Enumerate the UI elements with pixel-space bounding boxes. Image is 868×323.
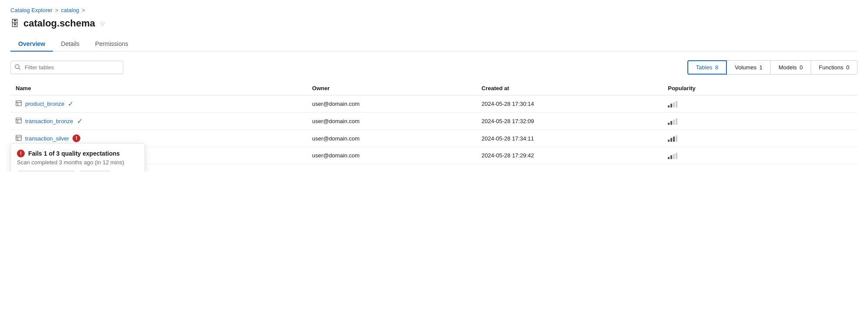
type-buttons: Tables 8 Volumes 1 Models 0 Functions 0 xyxy=(688,60,858,75)
tooltip-actions: View expectations Rescan xyxy=(17,171,138,172)
row-name-link[interactable]: transaction_bronze xyxy=(25,118,73,124)
svg-rect-2 xyxy=(16,101,21,106)
cell-name: transaction_silver ! ! Fails 1 of 3 qual… xyxy=(10,130,307,147)
view-expectations-button[interactable]: View expectations xyxy=(17,171,76,172)
pop-bar-3 xyxy=(673,154,675,159)
popularity-bars xyxy=(668,101,852,108)
col-header-owner: Owner xyxy=(307,82,476,95)
tooltip-title: Fails 1 of 3 quality expectations xyxy=(28,150,120,157)
popularity-bars xyxy=(668,152,852,159)
table-row: transaction_bronze ✓ user@domain.com 202… xyxy=(10,113,858,130)
status-check-icon: ✓ xyxy=(68,100,73,108)
pop-bar-4 xyxy=(676,118,677,125)
filter-tables-input[interactable] xyxy=(10,61,123,74)
pop-bar-1 xyxy=(668,105,670,108)
status-check-icon: ✓ xyxy=(77,117,83,125)
cell-owner: user@domain.com xyxy=(307,113,476,130)
col-header-created: Created at xyxy=(476,82,663,95)
cell-owner: user@domain.com xyxy=(307,147,476,164)
cell-created: 2024-05-28 17:29:42 xyxy=(476,147,663,164)
breadcrumb-sep-1: > xyxy=(55,7,59,13)
pop-bar-3 xyxy=(673,102,675,108)
type-btn-volumes[interactable]: Volumes 1 xyxy=(726,60,771,75)
cell-created: 2024-05-28 17:34:11 xyxy=(476,130,663,147)
pop-bar-3 xyxy=(673,137,675,142)
tooltip-subtitle: Scan completed 3 months ago (in 12 mins) xyxy=(17,159,138,166)
pop-bar-1 xyxy=(668,157,670,159)
pop-bar-3 xyxy=(673,120,675,125)
cell-name: product_bronze ✓ xyxy=(10,95,307,113)
cell-name: transaction_bronze ✓ xyxy=(10,113,307,130)
cell-popularity xyxy=(663,147,858,164)
database-icon: 🗄 xyxy=(10,19,19,29)
tabs: Overview Details Permissions xyxy=(10,37,858,52)
cell-owner: user@domain.com xyxy=(307,95,476,113)
pop-bar-2 xyxy=(670,104,672,108)
star-icon[interactable]: ☆ xyxy=(99,20,106,28)
row-name-link[interactable]: product_bronze xyxy=(25,101,64,107)
col-header-popularity: Popularity xyxy=(663,82,858,95)
table-header-row: Name Owner Created at Popularity xyxy=(10,82,858,95)
quality-tooltip: ! Fails 1 of 3 quality expectations Scan… xyxy=(10,143,145,172)
filter-wrap xyxy=(10,61,123,74)
tab-overview[interactable]: Overview xyxy=(10,37,53,52)
table-type-icon xyxy=(16,100,22,108)
tables-list: Name Owner Created at Popularity xyxy=(10,82,858,164)
breadcrumb: Catalog Explorer > catalog > xyxy=(10,7,858,13)
cell-owner: user@domain.com xyxy=(307,130,476,147)
search-icon xyxy=(15,64,20,71)
status-error-icon: ! xyxy=(73,134,80,142)
type-btn-models[interactable]: Models 0 xyxy=(770,60,811,75)
table-row: transaction_silver ! ! Fails 1 of 3 qual… xyxy=(10,130,858,147)
type-btn-functions[interactable]: Functions 0 xyxy=(811,60,858,75)
pop-bar-4 xyxy=(676,153,677,159)
tooltip-error-icon: ! xyxy=(17,150,25,157)
page-title: catalog.schema xyxy=(23,18,95,29)
cell-created: 2024-05-28 17:32:09 xyxy=(476,113,663,130)
pop-bar-2 xyxy=(670,121,672,125)
tab-permissions[interactable]: Permissions xyxy=(87,37,136,52)
popularity-bars xyxy=(668,135,852,142)
breadcrumb-catalog[interactable]: catalog xyxy=(61,7,79,13)
toolbar: Tables 8 Volumes 1 Models 0 Functions 0 xyxy=(10,60,858,75)
row-name-link[interactable]: transaction_silver xyxy=(25,135,69,142)
breadcrumb-catalog-explorer[interactable]: Catalog Explorer xyxy=(10,7,53,13)
type-btn-tables[interactable]: Tables 8 xyxy=(687,60,727,75)
pop-bar-1 xyxy=(668,123,670,125)
table-row: product_bronze ✓ user@domain.com 2024-05… xyxy=(10,95,858,113)
cell-created: 2024-05-28 17:30:14 xyxy=(476,95,663,113)
pop-bar-1 xyxy=(668,140,670,142)
tooltip-header: ! Fails 1 of 3 quality expectations xyxy=(17,150,138,157)
pop-bar-2 xyxy=(670,138,672,142)
rescan-button[interactable]: Rescan xyxy=(79,171,111,172)
pop-bar-4 xyxy=(676,135,677,142)
pop-bar-4 xyxy=(676,101,677,108)
svg-rect-8 xyxy=(16,135,21,140)
pop-bar-2 xyxy=(670,155,672,159)
tab-details[interactable]: Details xyxy=(53,37,87,52)
table-type-icon xyxy=(16,135,22,142)
svg-line-1 xyxy=(19,68,20,69)
svg-rect-5 xyxy=(16,118,21,123)
popularity-bars xyxy=(668,118,852,125)
table-type-icon xyxy=(16,117,22,125)
cell-popularity xyxy=(663,130,858,147)
cell-popularity xyxy=(663,95,858,113)
breadcrumb-sep-2: > xyxy=(82,7,85,13)
col-header-name: Name xyxy=(10,82,307,95)
page-title-row: 🗄 catalog.schema ☆ xyxy=(10,18,858,29)
svg-point-0 xyxy=(15,65,19,69)
cell-popularity xyxy=(663,113,858,130)
